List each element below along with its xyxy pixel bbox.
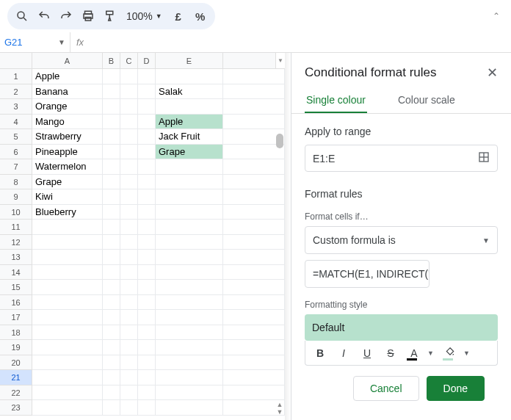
cell[interactable] <box>138 280 156 295</box>
cell[interactable]: Watermelon <box>32 159 103 175</box>
cell[interactable] <box>156 235 223 250</box>
cell[interactable] <box>156 310 223 325</box>
cell[interactable]: Orange <box>32 99 103 115</box>
cell[interactable] <box>120 84 138 100</box>
style-preview[interactable]: Default <box>305 314 498 341</box>
row-header[interactable]: 8 <box>0 175 32 190</box>
cell[interactable] <box>32 325 103 341</box>
cell[interactable] <box>223 310 285 325</box>
cell[interactable] <box>223 145 285 160</box>
underline-button[interactable]: U <box>360 347 374 359</box>
cell[interactable]: Salak <box>156 84 223 100</box>
table-row[interactable]: 11 <box>0 220 285 235</box>
scroll-arrows[interactable]: ▲▼ <box>276 401 283 416</box>
col-header[interactable]: A <box>32 53 103 69</box>
cell[interactable] <box>120 115 138 130</box>
cell[interactable] <box>138 175 156 190</box>
table-row[interactable]: 10Blueberry <box>0 205 285 220</box>
cell[interactable] <box>120 129 138 145</box>
cell[interactable]: Blueberry <box>32 205 103 220</box>
cell[interactable] <box>103 370 120 385</box>
row-header[interactable]: 5 <box>0 129 32 145</box>
cell[interactable] <box>223 235 285 250</box>
cell[interactable]: Strawberry <box>32 129 103 145</box>
cell[interactable] <box>103 325 120 341</box>
close-icon[interactable]: ✕ <box>487 65 498 81</box>
cell[interactable] <box>120 355 138 371</box>
undo-icon[interactable] <box>34 6 54 26</box>
search-icon[interactable] <box>12 6 32 26</box>
cell[interactable] <box>120 385 138 401</box>
row-header[interactable]: 7 <box>0 159 32 175</box>
formula-input[interactable]: =MATCH(E1, INDIRECT("fr <box>305 260 430 288</box>
cell[interactable] <box>103 115 120 130</box>
row-header[interactable]: 12 <box>0 235 32 250</box>
cell[interactable] <box>156 220 223 235</box>
cell[interactable] <box>103 295 120 311</box>
cell[interactable] <box>32 235 103 250</box>
currency-button[interactable]: £ <box>168 6 189 26</box>
table-row[interactable]: 2BananaSalak <box>0 84 285 100</box>
cell[interactable] <box>138 69 156 84</box>
col-header[interactable]: D <box>138 53 156 69</box>
cell[interactable] <box>120 189 138 205</box>
cell[interactable] <box>120 370 138 385</box>
row-header[interactable]: 1 <box>0 69 32 84</box>
cell[interactable] <box>120 325 138 341</box>
cell[interactable] <box>103 220 120 235</box>
cell[interactable] <box>103 159 120 175</box>
cell[interactable] <box>103 355 120 371</box>
table-row[interactable]: 6PineappleGrape <box>0 145 285 160</box>
cell[interactable] <box>138 370 156 385</box>
cell[interactable] <box>156 295 223 311</box>
col-dropdown-icon[interactable]: ▼ <box>276 53 285 69</box>
table-row[interactable]: 9Kiwi <box>0 189 285 205</box>
cell[interactable] <box>103 250 120 265</box>
cell[interactable] <box>120 99 138 115</box>
cell[interactable] <box>120 205 138 220</box>
cancel-button[interactable]: Cancel <box>353 376 419 401</box>
row-header[interactable]: 6 <box>0 145 32 160</box>
row-header[interactable]: 11 <box>0 220 32 235</box>
cell[interactable] <box>103 129 120 145</box>
chevron-up-icon[interactable]: ⌃ <box>489 11 504 21</box>
cell[interactable] <box>120 400 138 416</box>
cell[interactable]: Mango <box>32 115 103 130</box>
cell[interactable] <box>138 84 156 100</box>
table-row[interactable]: 7Watermelon <box>0 159 285 175</box>
cell[interactable] <box>223 99 285 115</box>
cell[interactable] <box>103 400 120 416</box>
cell[interactable] <box>156 175 223 190</box>
range-input[interactable]: E1:E <box>305 145 498 172</box>
strike-button[interactable]: S <box>383 347 398 359</box>
row-header[interactable]: 10 <box>0 205 32 220</box>
row-header[interactable]: 17 <box>0 310 32 325</box>
redo-icon[interactable] <box>56 6 76 26</box>
row-header[interactable]: 4 <box>0 115 32 130</box>
percent-button[interactable]: % <box>190 6 211 26</box>
paint-format-icon[interactable] <box>100 6 120 26</box>
cell[interactable] <box>32 250 103 265</box>
cell[interactable] <box>120 220 138 235</box>
col-header[interactable]: E <box>156 53 223 69</box>
cell[interactable]: Apple <box>156 115 223 130</box>
table-row[interactable]: 18 <box>0 325 285 341</box>
cell[interactable] <box>32 310 103 325</box>
condition-select[interactable]: Custom formula is ▼ <box>305 226 498 254</box>
cell[interactable] <box>120 295 138 311</box>
row-header[interactable]: 21 <box>0 370 32 385</box>
cell[interactable] <box>138 159 156 175</box>
row-header[interactable]: 13 <box>0 250 32 265</box>
cell[interactable] <box>156 265 223 280</box>
cell[interactable] <box>138 115 156 130</box>
row-header[interactable]: 3 <box>0 99 32 115</box>
cell[interactable] <box>138 99 156 115</box>
cell[interactable] <box>103 340 120 355</box>
cell[interactable]: Banana <box>32 84 103 100</box>
tab-single-colour[interactable]: Single colour <box>305 88 367 114</box>
cell[interactable]: Grape <box>156 145 223 160</box>
cell[interactable] <box>223 69 285 84</box>
cell[interactable] <box>223 115 285 130</box>
row-header[interactable]: 19 <box>0 340 32 355</box>
cell[interactable] <box>103 385 120 401</box>
